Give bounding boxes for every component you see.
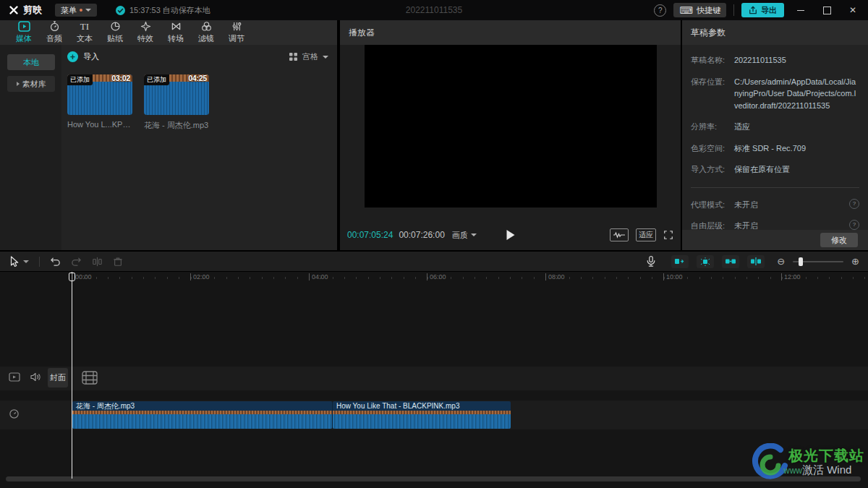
auto-snap-toggle[interactable] (697, 255, 714, 268)
field-label: 导入方式: (691, 163, 734, 176)
field-value: 未开启 (734, 199, 849, 211)
delete-icon[interactable] (113, 257, 123, 267)
added-badge: 已添加 (144, 74, 169, 85)
help-button[interactable]: ? (654, 4, 666, 17)
tab-label: 音频 (46, 33, 62, 44)
title-bar: 剪映 菜单 15:37:53 自动保存本地 202211011535 ? ⌨ 快… (0, 0, 868, 20)
tab-sticker[interactable]: 贴纸 (100, 20, 130, 45)
divider (39, 257, 40, 267)
close-button[interactable]: ✕ (843, 2, 862, 18)
menu-button[interactable]: 菜单 (55, 4, 97, 17)
ruler-label: 04:00 (309, 273, 328, 281)
local-label: 本地 (23, 57, 39, 68)
export-icon (749, 6, 757, 14)
check-circle-icon (116, 6, 125, 15)
field-save-location: 保存位置: C:/Users/admin/AppData/Local/Jiany… (691, 76, 859, 112)
tab-effects[interactable]: 特效 (130, 20, 161, 45)
ruler-label: 08:00 (545, 273, 565, 281)
effects-icon (140, 21, 151, 32)
media-grid-area: + 导入 宫格 已添加 03:02 How (61, 45, 337, 250)
timeline-zoom-slider[interactable] (793, 261, 843, 262)
view-mode-dropdown[interactable]: 宫格 (302, 51, 318, 62)
minimize-button[interactable] (791, 2, 810, 18)
field-label: 分辨率: (691, 121, 734, 133)
clip-waveform (333, 414, 511, 429)
playhead[interactable] (72, 272, 72, 479)
field-value: C:/Users/admin/AppData/Local/JianyingPro… (734, 76, 859, 112)
hide-video-track-icon[interactable] (9, 372, 20, 382)
current-timecode: 00:07:05:24 (347, 230, 393, 240)
tab-filter[interactable]: 滤镜 (191, 20, 221, 45)
cover-button[interactable]: 封面 (48, 368, 68, 388)
media-card[interactable]: 已添加 04:25 花海 - 周杰伦.mp3 (144, 74, 209, 131)
tab-label: 滤镜 (198, 33, 214, 44)
playhead-handle[interactable] (69, 273, 75, 281)
mute-track-icon[interactable] (30, 372, 41, 382)
modify-button[interactable]: 修改 (820, 233, 858, 247)
grid-view-icon[interactable] (289, 52, 298, 61)
zoom-in-icon[interactable]: ⊕ (851, 257, 859, 266)
info-icon[interactable] (849, 220, 859, 230)
tab-transition[interactable]: 转场 (161, 20, 191, 45)
ruler-label: 10:00 (663, 273, 683, 281)
field-label: 代理模式: (691, 199, 734, 211)
chevron-down-icon (471, 234, 477, 236)
watermark-subtext: www激活 Wind (783, 463, 851, 477)
fullscreen-icon[interactable] (663, 230, 673, 240)
horizontal-scrollbar[interactable] (6, 476, 861, 481)
clip-title: 花海 - 周杰伦.mp3 (72, 401, 332, 411)
close-icon: ✕ (849, 6, 856, 14)
linkage-toggle[interactable] (722, 255, 739, 268)
sidebar-item-local[interactable]: 本地 (7, 54, 55, 70)
timeline-clip-howyoulikethat[interactable]: How You Like That - BLACKPINK.mp3 (333, 401, 511, 429)
film-placeholder-icon[interactable] (82, 371, 98, 385)
select-tool-icon[interactable] (9, 256, 19, 267)
quality-dropdown[interactable]: 画质 (452, 230, 477, 241)
ruler-label: 06:00 (427, 273, 446, 281)
plus-icon: + (67, 51, 78, 62)
autosave-status: 15:37:53 自动保存本地 (116, 5, 210, 16)
divider (733, 4, 734, 16)
tab-text[interactable]: TI 文本 (69, 20, 100, 45)
shortcuts-button[interactable]: ⌨ 快捷键 (673, 3, 726, 17)
import-row: + 导入 宫格 (67, 51, 328, 62)
undo-icon[interactable] (50, 257, 61, 267)
video-preview[interactable] (365, 45, 657, 207)
menu-label: 菜单 (61, 5, 77, 16)
audio-track-icon[interactable] (9, 408, 20, 419)
info-icon[interactable] (849, 199, 859, 209)
timeline-clip-huahai[interactable]: 花海 - 周杰伦.mp3 (72, 401, 333, 429)
caret-right-icon (17, 82, 20, 86)
redo-icon[interactable] (71, 257, 82, 267)
asset-tabs: 媒体 音频 TI 文本 贴纸 特效 (0, 20, 337, 45)
field-value: 保留在原有位置 (734, 163, 859, 176)
shortcuts-label: 快捷键 (697, 5, 720, 16)
quality-label: 画质 (452, 230, 468, 241)
library-body: 本地 素材库 + 导入 宫格 (0, 45, 337, 250)
jianying-logo-icon (9, 5, 19, 15)
draft-parameters-panel: 草稿参数 草稿名称: 202211011535 保存位置: C:/Users/a… (682, 20, 868, 250)
fit-label: 适应 (639, 230, 653, 240)
tab-audio[interactable]: 音频 (39, 20, 69, 45)
chevron-down-icon (323, 56, 328, 59)
zoom-slider-handle[interactable] (799, 257, 803, 266)
waveform-preview-button[interactable] (610, 228, 629, 241)
import-button[interactable]: + 导入 (67, 51, 99, 62)
preview-axis-toggle[interactable] (747, 255, 765, 268)
main-track-magnet-toggle[interactable] (671, 255, 689, 268)
zoom-out-icon[interactable]: ⊖ (777, 257, 785, 266)
tab-adjust[interactable]: 调节 (221, 20, 252, 45)
tab-media[interactable]: 媒体 (9, 20, 39, 45)
select-tool-dropdown-icon[interactable] (23, 260, 29, 263)
export-button[interactable]: 导出 (741, 3, 784, 17)
sidebar-item-material[interactable]: 素材库 (7, 76, 55, 92)
chevron-down-icon (85, 9, 91, 12)
play-button[interactable] (506, 229, 516, 241)
split-icon[interactable] (92, 257, 103, 267)
watermark-activate-text: 激活 Wind (802, 463, 851, 476)
maximize-button[interactable] (817, 2, 836, 18)
fit-button[interactable]: 适应 (636, 228, 656, 241)
timeline-ruler[interactable]: 00:00 02:00 04:00 06:00 08:00 10:00 12:0… (0, 272, 868, 282)
record-voiceover-icon[interactable] (646, 255, 656, 267)
media-card[interactable]: 已添加 03:02 How You L...KPINK.mp3 (67, 74, 132, 131)
